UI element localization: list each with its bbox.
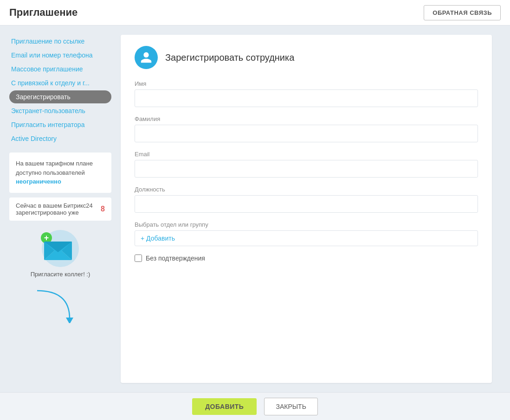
sidebar-item-link-item[interactable]: Приглашение по ссылке <box>9 35 111 48</box>
form-panel: Зарегистрировать сотрудника Имя Фамилия … <box>121 35 492 383</box>
sidebar-count-number: 8 <box>101 205 105 213</box>
no-confirm-label[interactable]: Без подтверждения <box>146 255 205 262</box>
form-group-name: Имя <box>135 80 478 107</box>
sidebar-item-integrator-item[interactable]: Пригласить интегратора <box>9 118 111 131</box>
user-icon <box>140 51 153 64</box>
invite-label: Пригласите коллег! :) <box>31 271 90 278</box>
sidebar-item-extranet-item[interactable]: Экстранет-пользователь <box>9 104 111 117</box>
name-label: Имя <box>135 80 478 87</box>
checkbox-row: Без подтверждения <box>135 255 478 262</box>
form-group-dept: Выбрать отдел или группу + Добавить <box>135 221 478 246</box>
page-title: Приглашение <box>9 6 77 19</box>
sidebar-count-box: Сейчас в вашем Битрикс24 зарегистрирован… <box>9 197 111 221</box>
close-button[interactable]: ЗАКРЫТЬ <box>264 398 317 415</box>
sidebar-item-register-item[interactable]: Зарегистрировать <box>9 90 111 103</box>
main-content: Приглашение по ссылкеEmail или номер тел… <box>0 25 510 392</box>
form-group-position: Должность <box>135 186 478 213</box>
sidebar-unlimited-link[interactable]: неограниченно <box>16 178 61 185</box>
dept-add-button[interactable]: + Добавить <box>135 230 478 246</box>
envelope-container: + <box>37 230 84 267</box>
arrow-decoration <box>32 286 88 323</box>
add-button[interactable]: ДОБАВИТЬ <box>192 398 257 415</box>
sidebar-info-text: На вашем тарифном плане доступно пользов… <box>16 160 93 176</box>
sidebar-nav: Приглашение по ссылкеEmail или номер тел… <box>9 35 111 145</box>
name-input[interactable] <box>135 89 478 107</box>
surname-input[interactable] <box>135 125 478 142</box>
arrow-svg <box>32 286 88 323</box>
email-input[interactable] <box>135 160 478 178</box>
sidebar-item-email-item[interactable]: Email или номер телефона <box>9 49 111 62</box>
form-group-surname: Фамилия <box>135 115 478 142</box>
sidebar-item-ad-item[interactable]: Active Directory <box>9 132 111 145</box>
user-avatar <box>135 46 158 69</box>
sidebar-item-mass-item[interactable]: Массовое приглашение <box>9 63 111 76</box>
no-confirm-checkbox[interactable] <box>135 255 142 262</box>
svg-marker-6 <box>66 318 73 323</box>
email-label: Email <box>135 151 478 158</box>
position-input[interactable] <box>135 195 478 213</box>
envelope-icon <box>44 239 72 260</box>
form-title: Зарегистрировать сотрудника <box>165 52 294 63</box>
sidebar-decoration: + Пригласите коллег! :) <box>9 230 111 323</box>
feedback-button[interactable]: ОБРАТНАЯ СВЯЗЬ <box>424 5 501 20</box>
dept-add-label: + Добавить <box>141 235 175 242</box>
top-bar: Приглашение ОБРАТНАЯ СВЯЗЬ <box>0 0 510 25</box>
surname-label: Фамилия <box>135 115 478 122</box>
form-group-email: Email <box>135 151 478 178</box>
form-header: Зарегистрировать сотрудника <box>135 46 478 69</box>
sidebar-item-dept-item[interactable]: С привязкой к отделу и г... <box>9 76 111 89</box>
sidebar-info-box: На вашем тарифном плане доступно пользов… <box>9 153 111 193</box>
position-label: Должность <box>135 186 478 193</box>
dept-label: Выбрать отдел или группу <box>135 221 478 228</box>
bottom-bar: ДОБАВИТЬ ЗАКРЫТЬ <box>0 392 510 420</box>
sidebar-count-text: Сейчас в вашем Битрикс24 зарегистрирован… <box>16 202 101 216</box>
sidebar: Приглашение по ссылкеEmail или номер тел… <box>9 35 111 383</box>
